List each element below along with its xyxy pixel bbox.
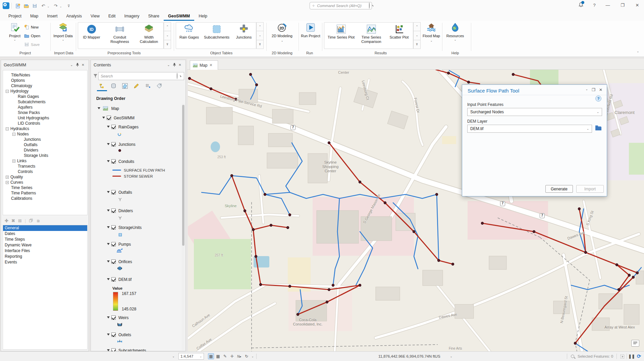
map-canvas[interactable]: Center Leesburg Pike Service Rd Leesburg… — [188, 70, 644, 351]
filter-icon[interactable] — [93, 73, 98, 79]
junctions-button[interactable]: Junctions — [233, 24, 255, 47]
import-button[interactable]: Import — [576, 185, 604, 193]
collapse-icon[interactable]: − — [6, 127, 9, 130]
import-data-button[interactable]: Import Data ⌄ — [53, 22, 73, 50]
remove-button[interactable]: ⊠ — [18, 218, 22, 223]
conduit-roughness-button[interactable]: Conduit Roughness — [106, 24, 134, 47]
map-scale-select[interactable]: 1:4,547 ⌄ — [178, 353, 204, 360]
id-mapper-button[interactable]: ID ID Mapper — [81, 24, 102, 47]
chevron-down-icon[interactable]: ⌄ — [448, 353, 454, 359]
rotate-view-icon[interactable]: ↻ — [244, 353, 250, 359]
expand-icon[interactable]: + — [6, 176, 9, 179]
tree-item[interactable]: Aquifers — [18, 105, 33, 110]
dem-layer-select[interactable]: DEM.tif ⌄ — [467, 125, 592, 133]
pause-drawing-button[interactable]: ❚❚ — [629, 353, 635, 359]
layer-conduits[interactable]: Conduits — [107, 159, 134, 165]
pin-icon[interactable] — [74, 62, 80, 68]
snap-grid-toggle[interactable]: ▦ — [208, 353, 214, 359]
list-item-dates[interactable]: Dates — [3, 231, 87, 237]
tree-item[interactable]: +Quality — [6, 174, 23, 180]
list-item-reporting[interactable]: Reporting — [3, 254, 87, 259]
layer-checkbox[interactable] — [111, 190, 116, 194]
list-item-general[interactable]: General — [3, 225, 87, 231]
dialog-maximize-icon[interactable]: ❐ — [592, 87, 595, 92]
tree-item[interactable]: Controls — [18, 169, 33, 174]
list-item-dynamic-wave[interactable]: Dynamic Wave — [3, 242, 87, 248]
redo-dropdown-chevron-icon[interactable]: ⌄ — [59, 3, 63, 10]
tree-item[interactable]: −Hydrology — [6, 88, 29, 94]
tab-share[interactable]: Share — [144, 12, 164, 21]
map-view-tab[interactable]: Map ✕ — [190, 60, 218, 70]
undo-dropdown-chevron-icon[interactable]: ⌄ — [46, 3, 50, 10]
collapse-triangle-icon[interactable] — [98, 107, 100, 109]
tree-item[interactable]: Rain Gages — [18, 94, 39, 99]
layer-storageunits[interactable]: StorageUnits — [107, 225, 142, 231]
tree-item[interactable]: Unit Hydrographs — [18, 115, 49, 121]
layer-raingages[interactable]: RainGages — [107, 124, 139, 130]
map-notification-icon[interactable] — [631, 340, 639, 347]
tree-item[interactable]: Time Patterns — [11, 190, 36, 196]
layer-checkbox[interactable] — [111, 333, 116, 337]
layer-checkbox[interactable] — [111, 159, 116, 164]
layer-checkbox[interactable] — [111, 242, 116, 246]
tree-item[interactable]: Options — [11, 78, 25, 83]
list-item-time-steps[interactable]: Time Steps — [3, 237, 87, 242]
layer-dem[interactable]: DEM.tif — [107, 277, 131, 283]
chevron-down-icon[interactable]: ⌄ — [250, 353, 256, 359]
customize-quick-access-icon[interactable]: ⊽ — [65, 2, 72, 9]
layer-dividers[interactable]: Dividers — [107, 208, 133, 214]
browse-folder-icon[interactable] — [595, 125, 602, 132]
tree-item[interactable]: Snow Packs — [18, 110, 40, 115]
generate-button[interactable]: Generate — [545, 185, 573, 193]
time-series-comparison-button[interactable]: Time Series Comparison — [357, 24, 385, 47]
tree-item[interactable]: Junctions — [24, 137, 41, 142]
layer-junctions[interactable]: Junctions — [107, 141, 136, 147]
layer-pumps[interactable]: Pumps — [107, 241, 131, 247]
results-gallery-arrows[interactable]: ⌃⌄⊽ — [413, 22, 421, 49]
layer-checkbox[interactable] — [111, 142, 116, 146]
close-panel-icon[interactable]: ✕ — [80, 62, 86, 68]
tab-analysis[interactable]: Analysis — [62, 12, 87, 21]
width-calculation-button[interactable]: Width Calculation — [136, 24, 162, 47]
flood-map-button[interactable]: Flood Map ⌄ — [422, 22, 441, 50]
list-item-interface-files[interactable]: Interface Files — [3, 248, 87, 254]
selection-search-icon[interactable] — [570, 353, 576, 359]
layer-geoswmm[interactable]: GeoSWMM — [102, 115, 135, 121]
tree-item[interactable]: +Links — [12, 158, 26, 164]
layer-checkbox[interactable] — [107, 116, 111, 120]
tab-snapping[interactable] — [144, 82, 151, 89]
undo-button[interactable]: ↶ — [40, 2, 47, 9]
tab-editing[interactable] — [132, 82, 140, 89]
preprocessing-gallery-arrows[interactable]: ⌃⌄⊽ — [164, 22, 171, 49]
tree-item[interactable]: −Nodes — [12, 131, 29, 137]
contents-search-input[interactable]: Search ⌄ — [98, 72, 184, 80]
add-button[interactable]: ✚ — [5, 218, 8, 223]
layer-weirs[interactable]: Weirs — [107, 315, 128, 321]
layer-checkbox[interactable] — [111, 125, 116, 129]
layer-checkbox[interactable] — [111, 277, 116, 282]
tree-item[interactable]: Calibrations — [11, 196, 32, 201]
notifications-button[interactable] — [574, 0, 588, 10]
dialog-menu-chevron-icon[interactable]: ⌄ — [585, 87, 588, 91]
tree-item[interactable]: Subcatchments — [18, 99, 46, 105]
layer-checkbox[interactable] — [111, 208, 116, 213]
help-button[interactable]: ? — [588, 0, 601, 10]
tree-item[interactable]: Time Series — [11, 185, 33, 190]
collapse-ribbon-chevron-icon[interactable]: ⌄ — [637, 50, 639, 53]
resources-button[interactable]: Resources ⌄ — [445, 22, 466, 50]
layer-orifices[interactable]: Orifices — [107, 259, 132, 265]
tree-item[interactable]: Title/Notes — [11, 72, 30, 78]
tree-item[interactable]: +Curves — [6, 180, 23, 185]
open-project-icon[interactable] — [22, 2, 30, 9]
grid-toggle[interactable]: ▦ — [215, 353, 221, 359]
layer-map[interactable]: Map — [98, 106, 119, 112]
contents-scrollbar[interactable] — [182, 104, 185, 350]
north-arrow-icon[interactable]: N▸ — [236, 353, 242, 359]
layer-checkbox[interactable] — [111, 225, 116, 230]
crosshair-tool-icon[interactable]: ✛ — [229, 353, 235, 359]
expand-icon[interactable]: + — [12, 160, 15, 163]
restore-button[interactable]: ❐ — [616, 0, 629, 10]
open-button[interactable]: Open — [24, 32, 48, 40]
project-button[interactable]: Project ⌄ — [5, 22, 25, 50]
tab-data-sources[interactable] — [110, 82, 117, 89]
